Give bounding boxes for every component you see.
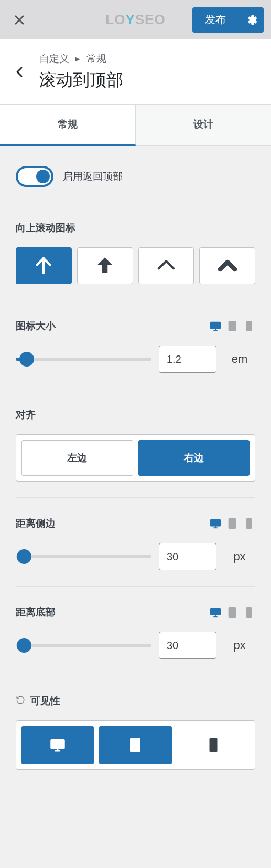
tablet-icon xyxy=(226,606,238,618)
icon-choice-2[interactable] xyxy=(77,247,133,284)
bottom-offset-input[interactable] xyxy=(159,632,216,659)
device-mobile[interactable] xyxy=(243,320,255,332)
icon-size-label: 图标大小 xyxy=(16,319,56,333)
alignment-choices: 左边 右边 xyxy=(16,434,255,482)
slider-thumb[interactable] xyxy=(17,638,31,653)
device-icons xyxy=(209,606,255,619)
mobile-icon xyxy=(243,606,255,618)
desktop-icon xyxy=(50,737,66,753)
bottom-offset-unit[interactable]: px xyxy=(224,639,255,652)
tablet-icon xyxy=(226,518,238,529)
svg-rect-5 xyxy=(246,321,251,331)
alignment-section: 对齐 左边 右边 xyxy=(16,389,255,497)
svg-rect-10 xyxy=(246,519,251,528)
device-mobile[interactable] xyxy=(243,606,255,619)
back-button[interactable] xyxy=(0,66,39,78)
side-offset-unit[interactable]: px xyxy=(224,550,255,563)
alignment-label: 对齐 xyxy=(16,408,255,422)
breadcrumb-separator: ▸ xyxy=(75,53,80,64)
bottom-offset-slider[interactable] xyxy=(16,644,151,647)
tablet-icon xyxy=(127,737,143,753)
toggle-row: 启用返回顶部 xyxy=(16,162,255,202)
icon-choice-1[interactable] xyxy=(16,247,72,284)
toggle-knob xyxy=(36,170,50,183)
device-icons xyxy=(209,320,255,332)
breadcrumb-item[interactable]: 自定义 xyxy=(39,53,69,64)
logo: LOYSEO xyxy=(105,12,165,28)
arrow-up-bold-icon xyxy=(94,255,116,277)
svg-rect-11 xyxy=(211,609,220,615)
gear-icon xyxy=(246,14,257,26)
tab-general[interactable]: 常规 xyxy=(0,105,136,146)
icon-size-section: 图标大小 em xyxy=(16,300,255,389)
reset-button[interactable] xyxy=(16,695,25,707)
device-desktop[interactable] xyxy=(209,606,222,619)
device-tablet[interactable] xyxy=(226,320,239,332)
desktop-icon xyxy=(210,320,221,332)
tab-design[interactable]: 设计 xyxy=(136,105,271,145)
toggle-label: 启用返回顶部 xyxy=(63,170,123,183)
svg-rect-4 xyxy=(229,321,236,331)
mobile-icon xyxy=(205,737,221,753)
svg-rect-6 xyxy=(211,520,220,526)
desktop-icon xyxy=(210,518,221,529)
visibility-mobile[interactable] xyxy=(177,726,250,764)
icon-choices xyxy=(16,247,255,284)
desktop-icon xyxy=(210,606,221,618)
svg-rect-20 xyxy=(210,739,217,752)
svg-rect-14 xyxy=(229,608,236,617)
visibility-label: 可见性 xyxy=(30,694,60,708)
svg-rect-1 xyxy=(211,322,220,329)
icon-size-input[interactable] xyxy=(159,346,216,373)
nav-section: 自定义 ▸ 常规 滚动到顶部 xyxy=(0,39,271,105)
align-right[interactable]: 右边 xyxy=(138,440,250,476)
device-tablet[interactable] xyxy=(226,606,239,619)
close-button[interactable] xyxy=(0,0,39,39)
side-offset-input[interactable] xyxy=(159,543,216,570)
icon-section: 向上滚动图标 xyxy=(16,202,255,300)
panel: 启用返回顶部 向上滚动图标 图标大小 xyxy=(0,146,271,801)
device-mobile[interactable] xyxy=(243,517,255,530)
icon-size-slider[interactable] xyxy=(16,358,151,361)
page-title: 滚动到顶部 xyxy=(39,69,271,92)
breadcrumb-item: 常规 xyxy=(86,53,106,64)
mobile-icon xyxy=(243,320,255,332)
visibility-section: 可见性 xyxy=(16,675,255,786)
tablet-icon xyxy=(226,320,238,332)
header-bar: LOYSEO 发布 xyxy=(0,0,271,39)
device-icons xyxy=(209,517,255,530)
chevron-up-bold-icon xyxy=(216,255,239,277)
chevron-left-icon xyxy=(14,66,26,78)
tabs: 常规 设计 xyxy=(0,105,271,146)
publish-button[interactable]: 发布 xyxy=(192,7,239,33)
bottom-offset-section: 距离底部 px xyxy=(16,586,255,675)
slider-thumb[interactable] xyxy=(17,549,31,564)
svg-rect-9 xyxy=(229,519,236,528)
side-offset-slider[interactable] xyxy=(16,555,151,558)
mobile-icon xyxy=(243,518,255,529)
close-icon xyxy=(13,14,26,26)
svg-rect-19 xyxy=(131,739,140,752)
align-left[interactable]: 左边 xyxy=(21,440,133,476)
breadcrumb: 自定义 ▸ 常规 xyxy=(39,52,271,66)
device-desktop[interactable] xyxy=(209,517,222,530)
visibility-tablet[interactable] xyxy=(99,726,171,764)
icon-choice-4[interactable] xyxy=(199,247,255,284)
icon-choice-3[interactable] xyxy=(138,247,194,284)
icon-size-unit[interactable]: em xyxy=(224,352,255,366)
enable-toggle[interactable] xyxy=(16,166,53,187)
svg-rect-15 xyxy=(246,608,251,617)
reload-icon xyxy=(16,695,25,705)
device-desktop[interactable] xyxy=(209,320,222,332)
arrow-up-thin-icon xyxy=(32,255,55,277)
chevron-up-thin-icon xyxy=(155,255,177,277)
visibility-desktop[interactable] xyxy=(21,726,94,764)
svg-rect-16 xyxy=(51,740,64,748)
device-tablet[interactable] xyxy=(226,517,239,530)
settings-button[interactable] xyxy=(239,7,264,33)
icon-section-label: 向上滚动图标 xyxy=(16,221,255,235)
slider-thumb[interactable] xyxy=(19,352,34,367)
side-offset-label: 距离侧边 xyxy=(16,517,56,530)
visibility-choices xyxy=(16,720,255,770)
side-offset-section: 距离侧边 px xyxy=(16,497,255,586)
